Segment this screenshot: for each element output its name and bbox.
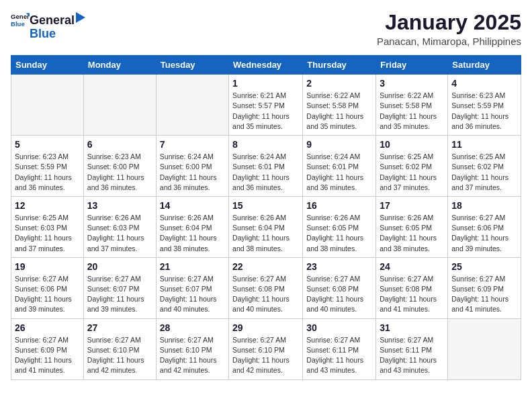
day-info: Sunrise: 6:27 AMSunset: 6:07 PMDaylight:… xyxy=(87,274,152,315)
calendar-cell: 22Sunrise: 6:27 AMSunset: 6:08 PMDayligh… xyxy=(229,257,303,318)
logo-blue: Blue xyxy=(30,28,56,41)
day-number: 29 xyxy=(232,322,299,333)
calendar-cell xyxy=(83,75,156,136)
calendar-cell: 25Sunrise: 6:27 AMSunset: 6:09 PMDayligh… xyxy=(448,257,521,318)
day-info: Sunrise: 6:27 AMSunset: 6:10 PMDaylight:… xyxy=(87,335,152,376)
svg-text:General: General xyxy=(11,13,30,20)
day-info: Sunrise: 6:24 AMSunset: 6:01 PMDaylight:… xyxy=(232,152,299,193)
day-number: 22 xyxy=(232,261,299,272)
day-info: Sunrise: 6:27 AMSunset: 6:06 PMDaylight:… xyxy=(15,274,80,315)
calendar-cell: 19Sunrise: 6:27 AMSunset: 6:06 PMDayligh… xyxy=(11,257,84,318)
page-header: General Blue General Blue January 2025 P… xyxy=(11,11,521,47)
day-number: 7 xyxy=(160,139,225,150)
calendar-title: January 2025 xyxy=(377,11,521,34)
calendar-header-row: SundayMondayTuesdayWednesdayThursdayFrid… xyxy=(11,56,521,75)
calendar-cell: 2Sunrise: 6:22 AMSunset: 5:58 PMDaylight… xyxy=(303,75,376,136)
day-info: Sunrise: 6:23 AMSunset: 5:59 PMDaylight:… xyxy=(15,152,80,193)
calendar-cell: 14Sunrise: 6:26 AMSunset: 6:04 PMDayligh… xyxy=(156,196,228,257)
day-info: Sunrise: 6:27 AMSunset: 6:09 PMDaylight:… xyxy=(15,335,80,376)
day-info: Sunrise: 6:27 AMSunset: 6:10 PMDaylight:… xyxy=(160,335,225,376)
logo-text-block: General Blue xyxy=(30,11,87,41)
day-number: 13 xyxy=(87,200,152,211)
calendar-cell xyxy=(156,75,228,136)
day-info: Sunrise: 6:26 AMSunset: 6:05 PMDaylight:… xyxy=(380,213,444,254)
calendar-cell: 12Sunrise: 6:25 AMSunset: 6:03 PMDayligh… xyxy=(11,196,84,257)
day-info: Sunrise: 6:24 AMSunset: 6:01 PMDaylight:… xyxy=(306,152,372,193)
day-info: Sunrise: 6:26 AMSunset: 6:03 PMDaylight:… xyxy=(87,213,152,254)
logo-icon: General Blue xyxy=(11,11,30,30)
day-number: 15 xyxy=(232,200,299,211)
calendar-cell xyxy=(448,318,521,379)
calendar-cell: 23Sunrise: 6:27 AMSunset: 6:08 PMDayligh… xyxy=(303,257,376,318)
day-info: Sunrise: 6:22 AMSunset: 5:58 PMDaylight:… xyxy=(306,91,372,132)
column-header-saturday: Saturday xyxy=(448,56,521,75)
day-info: Sunrise: 6:25 AMSunset: 6:03 PMDaylight:… xyxy=(15,213,80,254)
day-info: Sunrise: 6:26 AMSunset: 6:04 PMDaylight:… xyxy=(232,213,299,254)
column-header-friday: Friday xyxy=(376,56,448,75)
calendar-cell: 10Sunrise: 6:25 AMSunset: 6:02 PMDayligh… xyxy=(376,136,448,197)
calendar-cell: 31Sunrise: 6:27 AMSunset: 6:11 PMDayligh… xyxy=(376,318,448,379)
day-number: 30 xyxy=(306,322,372,333)
day-number: 26 xyxy=(15,322,80,333)
day-info: Sunrise: 6:27 AMSunset: 6:08 PMDaylight:… xyxy=(380,274,444,315)
calendar-cell: 20Sunrise: 6:27 AMSunset: 6:07 PMDayligh… xyxy=(83,257,156,318)
calendar-cell: 30Sunrise: 6:27 AMSunset: 6:11 PMDayligh… xyxy=(303,318,376,379)
day-number: 3 xyxy=(380,78,444,89)
calendar-cell: 18Sunrise: 6:27 AMSunset: 6:06 PMDayligh… xyxy=(448,196,521,257)
calendar-cell: 11Sunrise: 6:25 AMSunset: 6:02 PMDayligh… xyxy=(448,136,521,197)
day-number: 25 xyxy=(451,261,517,272)
calendar-cell: 13Sunrise: 6:26 AMSunset: 6:03 PMDayligh… xyxy=(83,196,156,257)
column-header-monday: Monday xyxy=(83,56,156,75)
day-info: Sunrise: 6:22 AMSunset: 5:58 PMDaylight:… xyxy=(380,91,444,132)
calendar-cell: 15Sunrise: 6:26 AMSunset: 6:04 PMDayligh… xyxy=(229,196,303,257)
day-info: Sunrise: 6:27 AMSunset: 6:08 PMDaylight:… xyxy=(306,274,372,315)
calendar-table: SundayMondayTuesdayWednesdayThursdayFrid… xyxy=(11,55,521,379)
column-header-thursday: Thursday xyxy=(303,56,376,75)
week-row-5: 26Sunrise: 6:27 AMSunset: 6:09 PMDayligh… xyxy=(11,318,521,379)
calendar-cell: 21Sunrise: 6:27 AMSunset: 6:07 PMDayligh… xyxy=(156,257,228,318)
calendar-cell: 24Sunrise: 6:27 AMSunset: 6:08 PMDayligh… xyxy=(376,257,448,318)
calendar-cell: 17Sunrise: 6:26 AMSunset: 6:05 PMDayligh… xyxy=(376,196,448,257)
calendar-cell: 4Sunrise: 6:23 AMSunset: 5:59 PMDaylight… xyxy=(448,75,521,136)
day-number: 24 xyxy=(380,261,444,272)
day-info: Sunrise: 6:24 AMSunset: 6:00 PMDaylight:… xyxy=(160,152,225,193)
week-row-2: 5Sunrise: 6:23 AMSunset: 5:59 PMDaylight… xyxy=(11,136,521,197)
day-info: Sunrise: 6:21 AMSunset: 5:57 PMDaylight:… xyxy=(232,91,299,132)
calendar-cell: 29Sunrise: 6:27 AMSunset: 6:10 PMDayligh… xyxy=(229,318,303,379)
day-number: 20 xyxy=(87,261,152,272)
day-number: 23 xyxy=(306,261,372,272)
day-number: 1 xyxy=(232,78,299,89)
day-number: 31 xyxy=(380,322,444,333)
day-number: 28 xyxy=(160,322,225,333)
logo-arrow-icon xyxy=(76,11,87,24)
day-number: 16 xyxy=(306,200,372,211)
svg-marker-4 xyxy=(76,12,85,23)
calendar-cell: 8Sunrise: 6:24 AMSunset: 6:01 PMDaylight… xyxy=(229,136,303,197)
day-info: Sunrise: 6:27 AMSunset: 6:08 PMDaylight:… xyxy=(232,274,299,315)
calendar-cell: 26Sunrise: 6:27 AMSunset: 6:09 PMDayligh… xyxy=(11,318,84,379)
day-number: 27 xyxy=(87,322,152,333)
day-info: Sunrise: 6:27 AMSunset: 6:11 PMDaylight:… xyxy=(380,335,444,376)
week-row-3: 12Sunrise: 6:25 AMSunset: 6:03 PMDayligh… xyxy=(11,196,521,257)
calendar-cell xyxy=(11,75,84,136)
day-number: 10 xyxy=(380,139,444,150)
day-number: 2 xyxy=(306,78,372,89)
day-number: 19 xyxy=(15,261,80,272)
day-number: 21 xyxy=(160,261,225,272)
title-block: January 2025 Panacan, Mimaropa, Philippi… xyxy=(377,11,521,47)
day-number: 14 xyxy=(160,200,225,211)
day-number: 4 xyxy=(451,78,517,89)
svg-text:Blue: Blue xyxy=(11,20,25,28)
logo: General Blue xyxy=(11,11,30,30)
day-info: Sunrise: 6:27 AMSunset: 6:11 PMDaylight:… xyxy=(306,335,372,376)
calendar-cell: 6Sunrise: 6:23 AMSunset: 6:00 PMDaylight… xyxy=(83,136,156,197)
calendar-cell: 16Sunrise: 6:26 AMSunset: 6:05 PMDayligh… xyxy=(303,196,376,257)
day-info: Sunrise: 6:23 AMSunset: 5:59 PMDaylight:… xyxy=(451,91,517,132)
day-info: Sunrise: 6:27 AMSunset: 6:07 PMDaylight:… xyxy=(160,274,225,315)
column-header-wednesday: Wednesday xyxy=(229,56,303,75)
day-info: Sunrise: 6:25 AMSunset: 6:02 PMDaylight:… xyxy=(380,152,444,193)
day-info: Sunrise: 6:27 AMSunset: 6:06 PMDaylight:… xyxy=(451,213,517,254)
day-number: 11 xyxy=(451,139,517,150)
calendar-cell: 9Sunrise: 6:24 AMSunset: 6:01 PMDaylight… xyxy=(303,136,376,197)
calendar-cell: 1Sunrise: 6:21 AMSunset: 5:57 PMDaylight… xyxy=(229,75,303,136)
